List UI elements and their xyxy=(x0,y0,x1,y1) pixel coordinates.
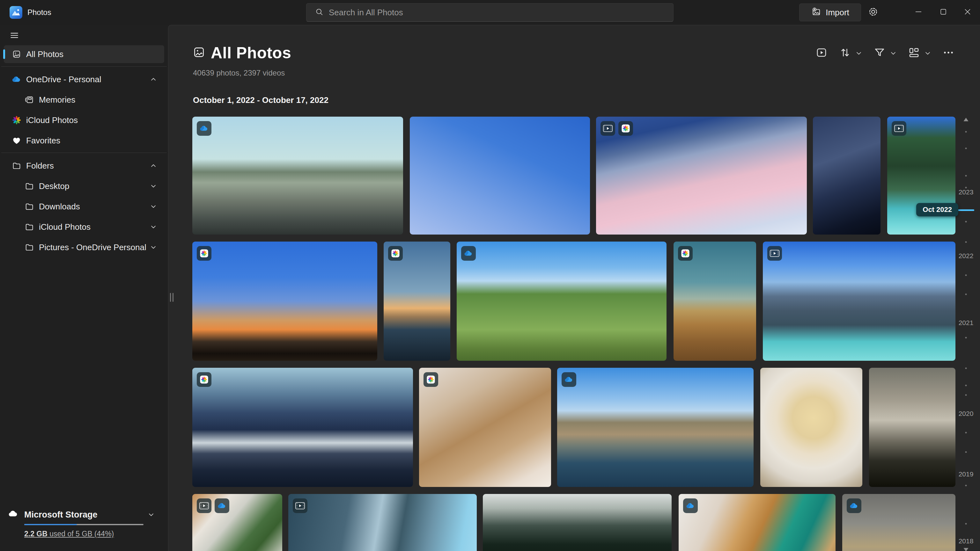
close-button[interactable] xyxy=(955,0,980,25)
chevron-down-icon[interactable] xyxy=(149,182,158,191)
storage-title: Microsoft Storage xyxy=(24,510,98,520)
chevron-down-icon[interactable] xyxy=(147,511,155,520)
onedrive-badge-icon xyxy=(215,499,229,513)
badge-group xyxy=(767,246,782,261)
folder-icon xyxy=(24,202,35,211)
photo-thumbnail-dog-autumn-leaves[interactable] xyxy=(842,494,955,551)
timeline-year-2018[interactable]: 2018 xyxy=(959,537,974,545)
photo-thumbnail-city-sunset-river[interactable] xyxy=(383,241,450,361)
timeline-arrow-up[interactable] xyxy=(962,116,970,124)
timeline-date-tooltip: Oct 2022 xyxy=(916,203,958,216)
photo-thumbnail-airplane-wing-clouds[interactable] xyxy=(596,117,807,235)
onedrive-badge-icon xyxy=(461,246,476,261)
title-bar: Photos Import xyxy=(0,0,980,25)
photos-app-icon xyxy=(10,6,22,19)
photo-thumbnail-shrimp-pasta[interactable] xyxy=(760,368,862,487)
chevron-up-icon[interactable] xyxy=(149,75,158,84)
video-badge-icon xyxy=(293,499,307,513)
timeline-arrow-down[interactable] xyxy=(962,546,970,551)
import-button[interactable]: Import xyxy=(799,3,861,21)
badge-group xyxy=(197,246,212,261)
search-input[interactable] xyxy=(329,8,673,17)
storage-progress-bar xyxy=(24,524,143,525)
timeline-year-2020[interactable]: 2020 xyxy=(959,410,974,418)
app-title: Photos xyxy=(27,8,51,17)
photo-thumbnail-coffee-and-pizza[interactable] xyxy=(679,494,835,551)
cloud-icon xyxy=(8,508,19,521)
video-badge-icon xyxy=(197,499,212,513)
badge-group xyxy=(600,121,633,136)
timeline-dot xyxy=(965,337,967,338)
photo-thumbnail-carnival-swing-ride[interactable] xyxy=(410,117,590,235)
photo-thumbnail-runway-wing-shadow[interactable] xyxy=(673,241,756,361)
main-content: All Photos 40639 photos, 2397 videos Oct… xyxy=(168,25,980,551)
settings-button[interactable] xyxy=(865,5,881,21)
timeline-year-2021[interactable]: 2021 xyxy=(959,319,974,327)
video-badge-icon xyxy=(767,246,782,261)
search-box[interactable] xyxy=(306,3,673,22)
sidebar-item-icloud-photos-folder[interactable]: iCloud Photos xyxy=(4,218,164,236)
photo-thumbnail-ocean-waves-aerial[interactable] xyxy=(483,494,671,551)
minimize-button[interactable] xyxy=(906,0,931,25)
photo-thumbnail-night-sky-stars[interactable] xyxy=(813,117,880,235)
icloud-badge-icon xyxy=(678,246,693,261)
sidebar: All PhotosOneDrive - PersonalMemoriesiCl… xyxy=(0,25,168,551)
photo-thumbnail-forest-creek-bridge[interactable] xyxy=(887,117,955,235)
timeline-year-2023[interactable]: 2023 xyxy=(959,188,974,196)
folder-icon xyxy=(24,242,35,252)
maximize-button[interactable] xyxy=(931,0,956,25)
photo-thumbnail-countryside-hills[interactable] xyxy=(457,241,667,361)
icloud-badge-icon xyxy=(197,372,212,387)
icloud-badge-icon xyxy=(618,121,633,136)
sidebar-resize-handle[interactable] xyxy=(170,293,173,302)
photo-icon xyxy=(11,49,22,59)
photo-thumbnail-storm-clouds[interactable] xyxy=(869,368,955,487)
timeline-year-2019[interactable]: 2019 xyxy=(959,470,974,478)
storage-section[interactable]: Microsoft Storage 2.2 GB used of 5 GB (4… xyxy=(0,503,168,551)
photo-thumbnail-mountain-lake[interactable] xyxy=(763,241,955,361)
sidebar-item-label: Memories xyxy=(39,95,75,105)
sidebar-item-pictures-onedrive-personal[interactable]: Pictures - OneDrive Personal xyxy=(4,238,164,256)
timeline-dot xyxy=(965,394,967,396)
sidebar-item-downloads[interactable]: Downloads xyxy=(4,198,164,216)
sidebar-item-desktop[interactable]: Desktop xyxy=(4,177,164,195)
sidebar-item-label: Downloads xyxy=(39,202,80,211)
timeline-year-2022[interactable]: 2022 xyxy=(959,252,974,260)
badge-group xyxy=(197,499,229,513)
sidebar-divider xyxy=(1,66,167,67)
timeline-position-indicator[interactable] xyxy=(958,210,974,211)
sidebar-item-icloud-photos[interactable]: iCloud Photos xyxy=(4,111,164,129)
chevron-down-icon[interactable] xyxy=(149,243,158,252)
timeline-scrollbar[interactable]: 202320222021202020192018 xyxy=(952,25,980,551)
photo-thumbnail-vancouver-skyline[interactable] xyxy=(192,117,403,235)
badge-group xyxy=(562,372,576,387)
import-label: Import xyxy=(826,8,849,17)
folder-icon xyxy=(24,222,35,232)
photo-thumbnail-forest-sunrays[interactable] xyxy=(288,494,477,551)
sidebar-item-memories[interactable]: Memories xyxy=(4,91,164,109)
close-icon xyxy=(964,8,971,17)
photo-grid xyxy=(169,25,980,551)
storage-usage-link[interactable]: 2.2 GB used of 5 GB (44%) xyxy=(24,530,114,538)
search-icon xyxy=(315,7,324,17)
badge-group xyxy=(461,246,476,261)
photo-thumbnail-lake-cliffs[interactable] xyxy=(557,368,754,487)
photo-row-4 xyxy=(169,494,980,551)
sidebar-item-all-photos[interactable]: All Photos xyxy=(4,45,164,63)
gear-icon xyxy=(868,6,878,19)
chevron-up-icon[interactable] xyxy=(149,161,158,170)
photo-thumbnail-puppy-window[interactable] xyxy=(419,368,551,487)
chevron-down-icon[interactable] xyxy=(149,222,158,231)
photo-thumbnail-houseplant[interactable] xyxy=(192,494,282,551)
chevron-down-icon[interactable] xyxy=(149,202,158,211)
video-badge-icon xyxy=(600,121,615,136)
photo-thumbnail-sunset-street-trees[interactable] xyxy=(192,241,377,361)
sidebar-item-folders[interactable]: Folders xyxy=(4,157,164,175)
timeline-dot xyxy=(965,221,967,222)
sidebar-item-onedrive-personal[interactable]: OneDrive - Personal xyxy=(4,70,164,88)
navigation-menu-button[interactable] xyxy=(7,29,22,43)
sidebar-item-favorites[interactable]: Favorites xyxy=(4,132,164,149)
badge-group xyxy=(683,499,698,513)
photo-thumbnail-harbor-dusk-sails[interactable] xyxy=(192,368,413,487)
onedrive-icon xyxy=(11,74,22,84)
